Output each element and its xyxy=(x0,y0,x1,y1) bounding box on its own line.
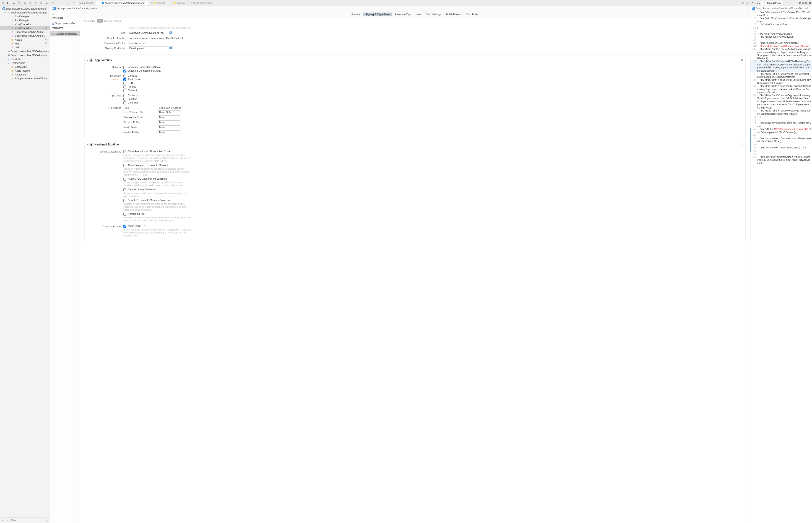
nav-project-icon[interactable]: ▭ xyxy=(1,1,4,4)
tree-item[interactable]: ▾▸Products xyxy=(0,57,50,61)
assistant-tab[interactable]: 📄 Main (Base) xyxy=(761,1,782,5)
add-capability-button[interactable]: + Capability xyxy=(82,20,95,22)
filter-all-button[interactable]: All xyxy=(97,19,103,22)
code-line[interactable]: 28} xyxy=(751,26,812,30)
close-assistant-icon[interactable]: ✕ xyxy=(751,1,753,4)
dyld-checkbox[interactable] xyxy=(123,178,126,181)
settings-tab[interactable]: Build Phases xyxy=(444,13,463,16)
code-line[interactable]: 35 "kw">false, "cmt">// enableAudioAnaly… xyxy=(751,48,812,60)
outgoing-checkbox[interactable] xyxy=(123,70,126,72)
settings-tab[interactable]: Resource Tags xyxy=(392,13,414,16)
tree-item[interactable]: ▣AssetsM xyxy=(0,38,50,41)
code-line[interactable]: 46 xyxy=(751,134,812,137)
code-line[interactable]: 27 "kw">float "func">inputGain; xyxy=(751,23,812,26)
memprot-checkbox[interactable] xyxy=(123,199,126,202)
close-tab-icon[interactable]: ✕ xyxy=(190,2,192,4)
assistant-back-icon[interactable]: ‹ xyxy=(757,2,758,4)
audio-input-checkbox[interactable] xyxy=(123,78,126,81)
editor-tab[interactable]: ✕mViewController xyxy=(188,1,215,5)
disclosure-icon[interactable]: ▾ xyxy=(4,62,7,64)
settings-tab[interactable]: Signing & Capabilities xyxy=(363,13,392,16)
code-line[interactable]: 31 ["kw">super "func">viewDidLoad]; xyxy=(751,35,812,38)
assistant-mode-icon[interactable]: ⇄ xyxy=(799,1,801,4)
jit-checkbox[interactable] xyxy=(123,150,126,153)
code-line[interactable]: 36 "kw">false, "cmt">// enableFFTAndFreq… xyxy=(751,60,812,72)
code-line[interactable]: 29 xyxy=(751,29,812,32)
tree-item[interactable]: hAppDelegate xyxy=(0,14,50,18)
filter-input[interactable] xyxy=(10,519,45,522)
tree-item[interactable]: ▤SuperpoweredMacOSBoilerplate xyxy=(0,53,50,57)
remove-sandbox-button[interactable]: ✕ xyxy=(741,59,743,62)
ra-audio-input-checkbox[interactable] xyxy=(123,225,126,228)
assistant-split-icon[interactable]: ▦ xyxy=(809,1,811,4)
camera-checkbox[interactable] xyxy=(123,75,126,77)
code-line[interactable]: 43 xyxy=(751,119,812,122)
disclosure-icon[interactable]: ▾ xyxy=(4,58,7,60)
code-line[interactable]: 30- ("kw">void)"func">viewDidLoad { xyxy=(751,32,812,36)
usb-checkbox[interactable] xyxy=(123,82,126,85)
nav-report-icon[interactable]: ☰ xyxy=(45,1,48,4)
tree-root[interactable]: ▾ ◙ SuperpoweredGuideCapturingAudio ? xyxy=(0,6,50,11)
disclosure-icon[interactable]: ▾ xyxy=(2,7,3,10)
code-line[interactable]: 49 "func">monoMixer->"func">inputGain[0]… xyxy=(751,146,812,149)
bundle-value[interactable]: com.superpowered.SuperpoweredMacOSBoiler… xyxy=(128,36,737,40)
code-line[interactable]: 41 "kw">false "cmt">// enableNetworking … xyxy=(751,109,812,115)
disclosure-icon[interactable]: ▾ xyxy=(4,12,7,14)
permission-select[interactable]: Read Only xyxy=(158,110,180,114)
code-line[interactable]: 51 xyxy=(751,152,812,156)
contacts-checkbox[interactable] xyxy=(123,94,126,97)
code-line[interactable]: 32 xyxy=(751,38,812,42)
editor-tab[interactable]: ✕📘SuperpoweredGuideCapturingAudio xyxy=(96,1,148,5)
sandbox-header[interactable]: ▾ ▣ App Sandbox ✕ xyxy=(85,57,745,64)
close-tab-icon[interactable]: ✕ xyxy=(73,2,75,4)
tree-item[interactable]: mSuperpoweredOSXAudioIO xyxy=(0,34,50,38)
filter-debug-button[interactable]: Debug xyxy=(104,20,111,22)
assistant-breadcrumb[interactable]: ◙ Supe...Audio› m ViewController› M -vie… xyxy=(751,6,812,11)
target-item[interactable]: ◎ SuperpoweredMa... xyxy=(50,31,80,36)
settings-tab[interactable]: Build Settings xyxy=(424,13,443,16)
permission-select[interactable]: None xyxy=(158,115,180,119)
tree-item[interactable]: ▩CoreAudio xyxy=(0,65,50,69)
code-line[interactable]: 38 "kw">true, "cmt">// enableAudioEffect… xyxy=(751,78,812,85)
nav-test-icon[interactable]: ◇ xyxy=(28,1,32,4)
code-line[interactable]: 47 "func">monoMixer = "kw">new "func">Su… xyxy=(751,137,812,143)
filter-icon[interactable]: ⊙ xyxy=(5,519,9,522)
nav-issue-icon[interactable]: ⚠ xyxy=(23,1,27,4)
code-line[interactable]: 44 "cmt">// Do any additional setup afte… xyxy=(751,122,812,128)
nav-debug-icon[interactable]: ⎋ xyxy=(34,1,37,4)
tree-item[interactable]: mViewControllerM xyxy=(0,26,50,30)
code-line[interactable]: 52 "kw">self."func">superpowered = [["fu… xyxy=(751,156,812,165)
nav-symbol-icon[interactable]: ☰ xyxy=(12,1,16,4)
library-checkbox[interactable] xyxy=(123,188,126,191)
code-editor[interactable]: 25 "func">Superpowered::"func">MonoMixer… xyxy=(751,11,812,523)
tree-item[interactable]: ▤SuperpoweredMacOSBoilerplateM xyxy=(0,49,50,53)
permission-select[interactable]: None xyxy=(158,125,180,129)
tree-item[interactable]: ▾▸Frameworks xyxy=(0,61,50,65)
permission-select[interactable]: None xyxy=(158,120,180,124)
tree-item[interactable]: ▣MainM xyxy=(0,41,50,46)
close-editor-icon[interactable]: ✕ xyxy=(50,0,55,5)
tree-item[interactable]: hViewController xyxy=(0,22,50,26)
related-icon[interactable]: ▫ xyxy=(55,0,60,5)
close-tab-icon[interactable]: ✕ xyxy=(151,2,153,4)
nav-source-icon[interactable]: ◧ xyxy=(6,1,10,4)
team-select[interactable]: Synervoz Communications Inc. xyxy=(128,31,173,35)
editor-tab[interactable]: ✕📁Assets xyxy=(148,1,168,5)
assistant-forward-icon[interactable]: › xyxy=(759,2,760,4)
code-line[interactable]: 48 xyxy=(751,143,812,146)
tree-item[interactable]: ▾▸SuperpoweredMacOSBoilerplate xyxy=(0,11,50,14)
editor-tab[interactable]: ✕📁Assets xyxy=(168,1,188,5)
location-checkbox[interactable] xyxy=(123,98,126,101)
nav-find-icon[interactable]: 🔍 xyxy=(17,1,21,4)
tree-item[interactable]: hSuperpoweredOSXAudioIO xyxy=(0,30,50,34)
code-line[interactable]: 33 "func">Superpowered::"func">Initializ… xyxy=(751,41,812,45)
settings-tab[interactable]: Build Rules xyxy=(463,13,481,16)
printing-checkbox[interactable] xyxy=(123,86,126,88)
close-tab-icon[interactable]: ✕ xyxy=(171,2,173,4)
code-line[interactable]: 34 "ExampleLicenseKey-WillExpire-OnNextU… xyxy=(751,45,812,48)
code-line[interactable]: 39 "kw">true, "cmt">// enableAudioPlayer… xyxy=(751,85,812,94)
code-line[interactable]: 26 "func">std::"func">atomic<"kw">bool> … xyxy=(751,17,812,23)
assistant-add-icon[interactable]: ▥ xyxy=(805,1,808,4)
minimap-icon[interactable]: ▥ xyxy=(740,0,745,5)
calendar-checkbox[interactable] xyxy=(123,102,126,104)
